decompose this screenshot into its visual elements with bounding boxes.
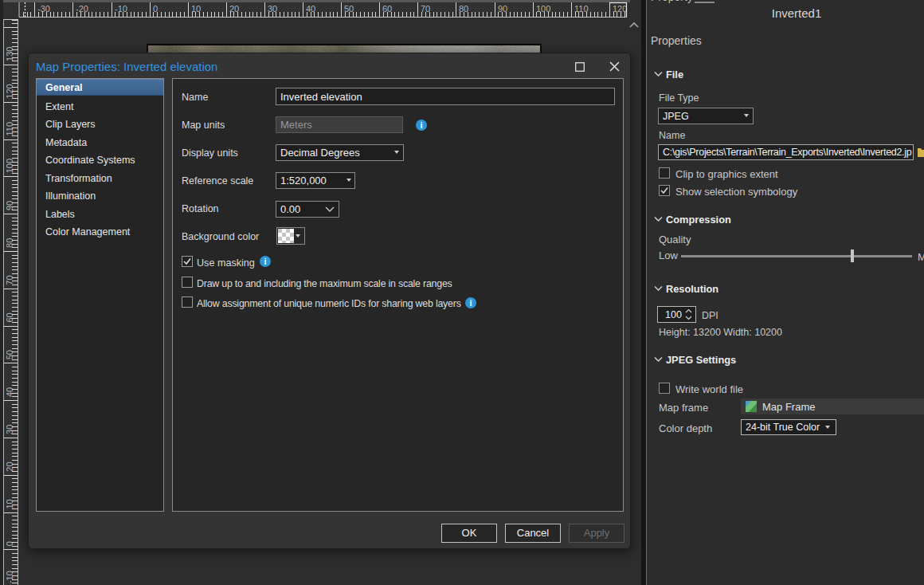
svg-text:100: 100 (5, 159, 14, 173)
svg-text:-30: -30 (37, 4, 50, 14)
svg-text:90: 90 (5, 201, 14, 210)
svg-text:-10: -10 (115, 4, 127, 14)
svg-text:-10: -10 (5, 571, 14, 583)
svg-text:20: 20 (5, 461, 14, 471)
svg-text:70: 70 (5, 275, 14, 285)
svg-text:110: 110 (5, 122, 14, 136)
svg-text:110: 110 (574, 4, 589, 14)
svg-text:80: 80 (5, 238, 14, 248)
svg-text:50: 50 (5, 350, 14, 359)
svg-text:-20: -20 (76, 4, 88, 14)
svg-text:40: 40 (5, 387, 14, 397)
svg-text:30: 30 (5, 425, 14, 434)
